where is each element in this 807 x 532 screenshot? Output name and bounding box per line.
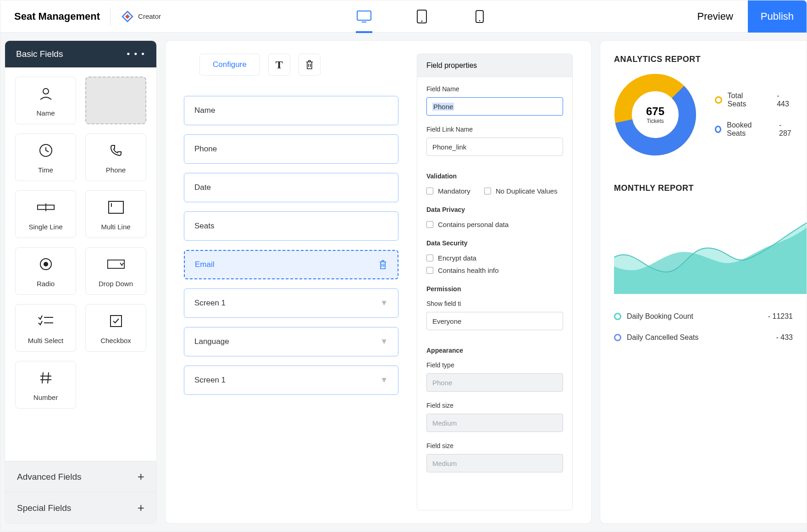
section-label: Special Fields [17, 503, 71, 513]
field-label: Multi Line [101, 223, 130, 231]
form-field-label: Date [194, 183, 211, 192]
creator-label: Creator [138, 12, 161, 20]
total-seats-label: Total Seats [728, 92, 763, 108]
mandatory-checkbox[interactable]: Mandatory [426, 187, 470, 195]
legend-dot-icon [715, 96, 722, 104]
form-field-screen1[interactable]: Screen 1 ▼ [184, 288, 398, 318]
form-field-language[interactable]: Language ▼ [184, 327, 398, 356]
field-checkbox-card[interactable]: Checkbox [85, 304, 146, 352]
field-size2-label: Field size [426, 442, 563, 449]
legend-dot-icon [614, 334, 621, 341]
encrypt-checkbox[interactable]: Encrypt data [426, 254, 563, 262]
preview-button[interactable]: Preview [683, 11, 748, 22]
field-radio-card[interactable]: Radio [15, 247, 76, 295]
daily-cancel-value: - 433 [776, 333, 793, 342]
delete-button[interactable] [298, 54, 321, 76]
field-phone-card[interactable]: Phone [85, 133, 146, 181]
checkbox-icon [426, 221, 433, 228]
hash-icon [37, 369, 55, 387]
field-type-input: Phone [426, 373, 563, 392]
field-label: Single Line [28, 223, 62, 231]
form-field-name[interactable]: Name [184, 96, 398, 125]
field-label: Checkbox [100, 337, 131, 344]
dropdown-icon [107, 255, 125, 273]
user-icon [37, 84, 55, 103]
trash-icon[interactable] [378, 260, 387, 270]
svg-rect-10 [109, 201, 123, 213]
special-fields-section[interactable]: Special Fields + [5, 492, 156, 523]
field-dropdown-card[interactable]: Drop Down [85, 247, 146, 295]
multiline-icon [107, 198, 125, 216]
field-size2-input: Medium [426, 454, 563, 472]
booked-seats-value: - 287 [779, 121, 793, 138]
field-size-input: Medium [426, 414, 563, 432]
permission-title: Permission [426, 285, 563, 293]
field-label: Drop Down [99, 280, 133, 288]
form-field-label: Seats [194, 222, 214, 231]
mobile-icon [475, 10, 484, 23]
field-label: Phone [106, 166, 126, 174]
daily-booking-value: - 11231 [768, 312, 793, 321]
field-label: Time [38, 166, 53, 174]
device-desktop-button[interactable] [356, 8, 372, 25]
health-checkbox[interactable]: Contains health info [426, 266, 563, 274]
svg-rect-0 [357, 11, 371, 20]
radio-icon [37, 255, 55, 273]
link-name-label: Field Link Name [426, 126, 563, 133]
legend-dot-icon [715, 126, 721, 133]
input-value: Phone [432, 103, 454, 111]
input-value: Phone_link [432, 143, 466, 151]
phone-icon [107, 141, 125, 160]
creator-logo[interactable]: Creator [121, 10, 161, 23]
field-number-card[interactable]: Number [15, 361, 76, 409]
input-value: Phone [432, 379, 452, 387]
checkbox-icon [426, 267, 433, 274]
advanced-fields-section[interactable]: Advanced Fields + [5, 461, 156, 492]
checkbox-label: Contains health info [438, 266, 499, 274]
chevron-down-icon: ▼ [380, 376, 388, 385]
device-mobile-button[interactable] [471, 8, 488, 25]
form-field-phone[interactable]: Phone [184, 134, 398, 164]
checkbox-icon [426, 255, 433, 261]
field-multiline-card[interactable]: Multi Line [85, 190, 146, 238]
field-time-card[interactable]: Time [15, 133, 76, 181]
nodup-checkbox[interactable]: No Duplicate Values [484, 187, 558, 195]
form-field-seats[interactable]: Seats [184, 211, 398, 241]
link-name-input[interactable]: Phone_link [426, 138, 563, 156]
total-seats-value: - 443 [777, 92, 793, 108]
desktop-icon [356, 10, 372, 23]
daily-cancel-label: Daily Cancelled Seats [627, 333, 699, 342]
form-field-email[interactable]: Email [184, 250, 398, 279]
field-placeholder-card[interactable] [85, 77, 146, 124]
checkbox-label: No Duplicate Values [496, 187, 558, 195]
text-style-button[interactable]: T [268, 54, 290, 76]
device-tablet-button[interactable] [414, 8, 430, 25]
form-field-date[interactable]: Date [184, 173, 398, 202]
field-name-card[interactable]: Name [15, 77, 76, 124]
form-field-screen1b[interactable]: Screen 1 ▼ [184, 366, 398, 395]
personal-checkbox[interactable]: Contains personal data [426, 221, 563, 228]
field-multiselect-card[interactable]: Multi Select [15, 304, 76, 352]
legend-dot-icon [614, 313, 621, 320]
section-label: Advanced Fields [17, 472, 81, 482]
daily-booking-label: Daily Booking Count [627, 312, 693, 321]
svg-rect-14 [107, 260, 124, 268]
appearance-title: Appearance [426, 347, 563, 354]
trash-icon [305, 60, 314, 70]
donut-label: Tickets [647, 118, 664, 124]
field-singleline-card[interactable]: Single Line [15, 190, 76, 238]
text-icon: T [276, 59, 283, 71]
checkbox-icon [426, 188, 433, 194]
privacy-title: Data Privacy [426, 206, 563, 213]
more-options-icon[interactable]: • • • [127, 49, 145, 59]
svg-line-19 [48, 372, 49, 383]
analytics-title: ANALYTICS REPORT [614, 55, 793, 64]
field-label: Number [33, 393, 58, 401]
form-field-label: Language [194, 337, 229, 346]
chevron-down-icon: ▼ [380, 299, 388, 308]
publish-button[interactable]: Publish [748, 0, 807, 33]
configure-button[interactable]: Configure [199, 54, 260, 76]
show-input[interactable]: Everyone [426, 312, 563, 330]
field-name-input[interactable]: Phone [426, 97, 563, 116]
donut-chart: 675 Tickets [614, 73, 696, 156]
